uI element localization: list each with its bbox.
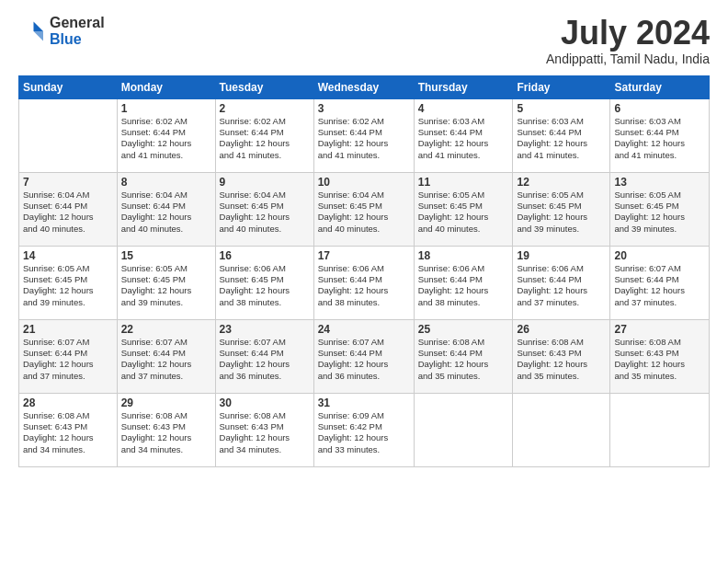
day-info: Sunrise: 6:06 AM Sunset: 6:44 PM Dayligh…	[418, 263, 509, 308]
day-info: Sunrise: 6:08 AM Sunset: 6:43 PM Dayligh…	[614, 337, 705, 382]
calendar-cell: 10Sunrise: 6:04 AM Sunset: 6:45 PM Dayli…	[313, 172, 414, 246]
day-number: 20	[614, 249, 705, 262]
day-number: 24	[318, 323, 410, 336]
calendar-header-sunday: Sunday	[19, 75, 118, 98]
calendar-cell: 19Sunrise: 6:06 AM Sunset: 6:44 PM Dayli…	[513, 246, 610, 319]
day-number: 17	[318, 249, 410, 262]
day-number: 3	[318, 102, 410, 115]
day-number: 26	[517, 323, 606, 336]
day-number: 30	[220, 396, 310, 409]
logo-general: General	[50, 15, 105, 31]
day-info: Sunrise: 6:07 AM Sunset: 6:44 PM Dayligh…	[614, 263, 705, 308]
day-number: 6	[614, 102, 705, 115]
calendar-cell: 14Sunrise: 6:05 AM Sunset: 6:45 PM Dayli…	[19, 246, 118, 319]
calendar-cell: 6Sunrise: 6:03 AM Sunset: 6:44 PM Daylig…	[610, 98, 710, 172]
calendar-header-monday: Monday	[117, 75, 215, 98]
day-number: 27	[614, 323, 705, 336]
day-info: Sunrise: 6:07 AM Sunset: 6:44 PM Dayligh…	[23, 337, 113, 382]
day-number: 13	[614, 176, 705, 189]
calendar-cell	[610, 393, 710, 466]
calendar-cell	[513, 393, 610, 466]
calendar-header-row: SundayMondayTuesdayWednesdayThursdayFrid…	[19, 75, 710, 98]
day-info: Sunrise: 6:02 AM Sunset: 6:44 PM Dayligh…	[121, 116, 211, 161]
day-number: 7	[23, 176, 113, 189]
title-block: July 2024 Andippatti, Tamil Nadu, India	[546, 15, 710, 66]
day-info: Sunrise: 6:07 AM Sunset: 6:44 PM Dayligh…	[220, 337, 310, 382]
calendar-header-saturday: Saturday	[610, 75, 710, 98]
calendar-cell	[19, 98, 118, 172]
day-info: Sunrise: 6:06 AM Sunset: 6:44 PM Dayligh…	[318, 263, 410, 308]
calendar-week-row: 7Sunrise: 6:04 AM Sunset: 6:44 PM Daylig…	[19, 172, 710, 246]
day-info: Sunrise: 6:08 AM Sunset: 6:43 PM Dayligh…	[23, 410, 113, 455]
logo: General Blue	[18, 15, 105, 47]
day-info: Sunrise: 6:03 AM Sunset: 6:44 PM Dayligh…	[614, 116, 705, 161]
calendar-cell: 25Sunrise: 6:08 AM Sunset: 6:44 PM Dayli…	[414, 319, 513, 393]
day-number: 16	[220, 249, 310, 262]
day-info: Sunrise: 6:06 AM Sunset: 6:44 PM Dayligh…	[517, 263, 606, 308]
day-number: 9	[220, 176, 310, 189]
day-info: Sunrise: 6:05 AM Sunset: 6:45 PM Dayligh…	[23, 263, 113, 308]
calendar-table: SundayMondayTuesdayWednesdayThursdayFrid…	[18, 75, 710, 467]
calendar-week-row: 1Sunrise: 6:02 AM Sunset: 6:44 PM Daylig…	[19, 98, 710, 172]
day-info: Sunrise: 6:04 AM Sunset: 6:44 PM Dayligh…	[23, 190, 113, 235]
calendar-cell: 5Sunrise: 6:03 AM Sunset: 6:44 PM Daylig…	[513, 98, 610, 172]
calendar-cell	[414, 393, 513, 466]
page: General Blue July 2024 Andippatti, Tamil…	[0, 0, 728, 563]
logo-icon	[18, 17, 46, 45]
day-info: Sunrise: 6:08 AM Sunset: 6:43 PM Dayligh…	[121, 410, 211, 455]
day-info: Sunrise: 6:07 AM Sunset: 6:44 PM Dayligh…	[318, 337, 410, 382]
calendar-header-tuesday: Tuesday	[215, 75, 313, 98]
calendar-cell: 21Sunrise: 6:07 AM Sunset: 6:44 PM Dayli…	[19, 319, 118, 393]
calendar-cell: 30Sunrise: 6:08 AM Sunset: 6:43 PM Dayli…	[215, 393, 313, 466]
calendar-cell: 16Sunrise: 6:06 AM Sunset: 6:45 PM Dayli…	[215, 246, 313, 319]
calendar-cell: 23Sunrise: 6:07 AM Sunset: 6:44 PM Dayli…	[215, 319, 313, 393]
calendar-cell: 11Sunrise: 6:05 AM Sunset: 6:45 PM Dayli…	[414, 172, 513, 246]
day-info: Sunrise: 6:07 AM Sunset: 6:44 PM Dayligh…	[121, 337, 211, 382]
day-number: 15	[121, 249, 211, 262]
title-month: July 2024	[546, 15, 710, 52]
calendar-cell: 29Sunrise: 6:08 AM Sunset: 6:43 PM Dayli…	[117, 393, 215, 466]
day-info: Sunrise: 6:05 AM Sunset: 6:45 PM Dayligh…	[418, 190, 509, 235]
svg-marker-1	[34, 31, 44, 41]
calendar-cell: 18Sunrise: 6:06 AM Sunset: 6:44 PM Dayli…	[414, 246, 513, 319]
day-number: 8	[121, 176, 211, 189]
day-number: 14	[23, 249, 113, 262]
calendar-cell: 12Sunrise: 6:05 AM Sunset: 6:45 PM Dayli…	[513, 172, 610, 246]
svg-marker-0	[34, 21, 44, 31]
day-info: Sunrise: 6:04 AM Sunset: 6:45 PM Dayligh…	[318, 190, 410, 235]
day-number: 2	[220, 102, 310, 115]
calendar-cell: 28Sunrise: 6:08 AM Sunset: 6:43 PM Dayli…	[19, 393, 118, 466]
calendar-cell: 20Sunrise: 6:07 AM Sunset: 6:44 PM Dayli…	[610, 246, 710, 319]
day-info: Sunrise: 6:08 AM Sunset: 6:43 PM Dayligh…	[220, 410, 310, 455]
day-number: 25	[418, 323, 509, 336]
calendar-cell: 4Sunrise: 6:03 AM Sunset: 6:44 PM Daylig…	[414, 98, 513, 172]
day-number: 10	[318, 176, 410, 189]
calendar-cell: 7Sunrise: 6:04 AM Sunset: 6:44 PM Daylig…	[19, 172, 118, 246]
day-info: Sunrise: 6:04 AM Sunset: 6:44 PM Dayligh…	[121, 190, 211, 235]
day-number: 29	[121, 396, 211, 409]
day-number: 5	[517, 102, 606, 115]
calendar-cell: 26Sunrise: 6:08 AM Sunset: 6:43 PM Dayli…	[513, 319, 610, 393]
calendar-cell: 9Sunrise: 6:04 AM Sunset: 6:45 PM Daylig…	[215, 172, 313, 246]
calendar-header-thursday: Thursday	[414, 75, 513, 98]
day-number: 12	[517, 176, 606, 189]
day-number: 23	[220, 323, 310, 336]
calendar-cell: 24Sunrise: 6:07 AM Sunset: 6:44 PM Dayli…	[313, 319, 414, 393]
title-location: Andippatti, Tamil Nadu, India	[546, 52, 710, 66]
calendar-cell: 15Sunrise: 6:05 AM Sunset: 6:45 PM Dayli…	[117, 246, 215, 319]
day-info: Sunrise: 6:06 AM Sunset: 6:45 PM Dayligh…	[220, 263, 310, 308]
calendar-cell: 17Sunrise: 6:06 AM Sunset: 6:44 PM Dayli…	[313, 246, 414, 319]
day-number: 31	[318, 396, 410, 409]
calendar-week-row: 14Sunrise: 6:05 AM Sunset: 6:45 PM Dayli…	[19, 246, 710, 319]
calendar-cell: 31Sunrise: 6:09 AM Sunset: 6:42 PM Dayli…	[313, 393, 414, 466]
calendar-header-wednesday: Wednesday	[313, 75, 414, 98]
calendar-cell: 8Sunrise: 6:04 AM Sunset: 6:44 PM Daylig…	[117, 172, 215, 246]
calendar-cell: 3Sunrise: 6:02 AM Sunset: 6:44 PM Daylig…	[313, 98, 414, 172]
day-info: Sunrise: 6:04 AM Sunset: 6:45 PM Dayligh…	[220, 190, 310, 235]
logo-text: General Blue	[50, 15, 105, 47]
day-info: Sunrise: 6:05 AM Sunset: 6:45 PM Dayligh…	[121, 263, 211, 308]
day-info: Sunrise: 6:08 AM Sunset: 6:43 PM Dayligh…	[517, 337, 606, 382]
day-info: Sunrise: 6:05 AM Sunset: 6:45 PM Dayligh…	[517, 190, 606, 235]
day-info: Sunrise: 6:03 AM Sunset: 6:44 PM Dayligh…	[517, 116, 606, 161]
calendar-header-friday: Friday	[513, 75, 610, 98]
